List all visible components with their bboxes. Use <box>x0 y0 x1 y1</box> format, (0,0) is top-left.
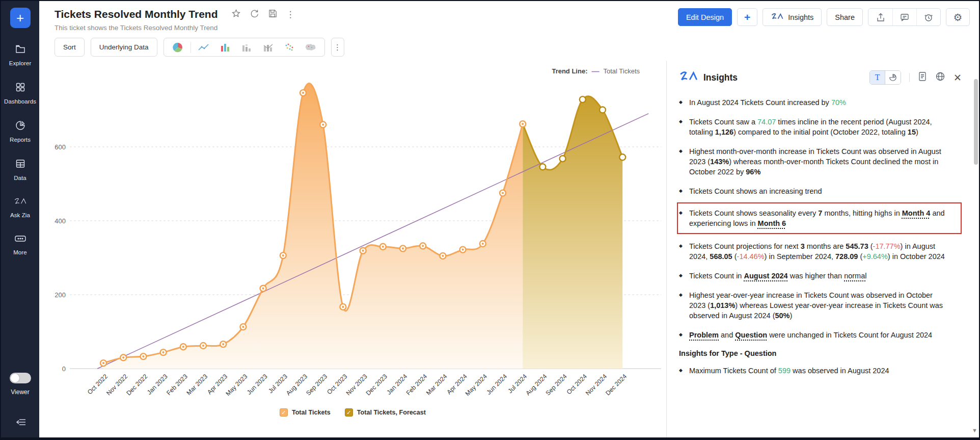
comments-button[interactable] <box>892 9 916 25</box>
svg-text:Sep 2024: Sep 2024 <box>545 373 568 397</box>
settings-gear-icon[interactable]: ⚙ <box>946 8 970 26</box>
bullet-diamond-icon: ◆ <box>679 186 689 196</box>
insight-text: Tickets Count in August 2024 was higher … <box>689 271 866 281</box>
svg-text:Feb 2024: Feb 2024 <box>405 373 429 397</box>
sidebar-item-ask-zia[interactable]: Ask Zia <box>1 196 39 218</box>
folder-icon <box>15 43 26 57</box>
toolbar-more-menu[interactable]: ⋮ <box>331 38 344 57</box>
language-globe-icon[interactable] <box>935 71 945 84</box>
report-doc-icon[interactable] <box>918 71 927 84</box>
insight-bullet: ◆Maximum Tickets Count of 599 was observ… <box>679 366 962 376</box>
scroll-down-arrow[interactable]: ▼ <box>972 427 977 433</box>
chart-view-button[interactable] <box>885 71 901 84</box>
export-button[interactable] <box>868 9 892 25</box>
insights-panel: Insights T ✕ ◆In August 2024 Tickets Cou… <box>666 61 979 437</box>
sidebar-item-reports[interactable]: Reports <box>1 120 39 143</box>
sidebar-item-dashboards[interactable]: Dashboards <box>1 82 39 105</box>
share-button[interactable]: Share <box>827 8 863 26</box>
svg-text:600: 600 <box>55 143 66 151</box>
add-button[interactable]: + <box>737 8 757 26</box>
svg-text:Dec 2022: Dec 2022 <box>125 373 149 397</box>
trend-line-label: Trend Line: <box>552 67 587 75</box>
insights-section-heading: Insights for Type - Question <box>679 349 962 357</box>
insight-text: Highest month-over-month increase in Tic… <box>689 146 946 177</box>
sidebar: + Explorer Dashboards Reports Data Ask Z… <box>1 1 39 437</box>
zia-icon <box>14 196 27 209</box>
insight-text: Tickets Count shows an increasing trend <box>689 186 822 196</box>
svg-text:Nov 2024: Nov 2024 <box>584 373 608 397</box>
save-icon[interactable] <box>268 9 278 20</box>
sort-button[interactable]: Sort <box>55 38 85 57</box>
svg-text:Mar 2023: Mar 2023 <box>185 373 209 397</box>
text-view-label: T <box>875 73 880 82</box>
legend-item[interactable]: ✓Total Tickets, Forecast <box>345 408 426 417</box>
scatter-chart-type-icon[interactable] <box>280 40 299 55</box>
bullet-diamond-icon: ◆ <box>679 271 689 281</box>
sidebar-item-more[interactable]: More <box>1 234 39 255</box>
text-view-button[interactable]: T <box>870 71 885 84</box>
zia-icon <box>771 12 784 22</box>
refresh-icon[interactable] <box>250 9 259 20</box>
favorite-star-icon[interactable] <box>231 9 241 20</box>
legend-checkbox[interactable]: ✓ <box>345 408 353 417</box>
create-new-button[interactable]: + <box>10 8 31 28</box>
svg-text:Dec 2023: Dec 2023 <box>365 373 389 397</box>
sidebar-item-data[interactable]: Data <box>1 158 39 181</box>
sidebar-item-explorer[interactable]: Explorer <box>1 43 39 66</box>
line-chart-type-icon[interactable] <box>194 40 213 55</box>
toolbar-separator <box>190 42 191 53</box>
topbar: Tickets Resolved Monthly Trend ⋮ This ti… <box>39 1 979 32</box>
zia-insights-button[interactable]: Insights <box>763 8 822 26</box>
insights-header: Insights T ✕ <box>679 70 962 85</box>
highlighted-insight-box: ◆Tickets Count shows seasonality every 7… <box>677 202 962 234</box>
legend-item[interactable]: ✓Total Tickets <box>280 408 331 417</box>
svg-text:0: 0 <box>62 365 66 373</box>
bullet-diamond-icon: ◆ <box>679 146 689 177</box>
insight-bullet: ◆Highest month-over-month increase in Ti… <box>679 146 962 177</box>
svg-text:200: 200 <box>55 291 66 299</box>
scrollbar-thumb[interactable] <box>974 79 978 165</box>
reports-pie-icon <box>15 120 26 133</box>
sidebar-item-label: More <box>13 249 27 255</box>
map-chart-type-icon[interactable] <box>301 40 320 55</box>
edit-design-button[interactable]: Edit Design <box>678 8 732 26</box>
stacked-bar-chart-type-icon[interactable] <box>237 40 256 55</box>
bar-chart-type-icon[interactable] <box>215 40 235 55</box>
svg-text:Aug 2024: Aug 2024 <box>524 373 548 397</box>
insight-text: Maximum Tickets Count of 599 was observe… <box>689 366 889 376</box>
sidebar-item-label: Ask Zia <box>10 212 30 218</box>
insight-text: Tickets Count shows seasonality every 7 … <box>689 208 946 228</box>
collapse-sidebar-icon[interactable] <box>14 416 27 430</box>
viewer-mode-toggle[interactable] <box>10 373 31 383</box>
report-toolbar: Sort Underlying Data ⋮ <box>39 32 979 61</box>
pie-chart-type-icon[interactable] <box>168 40 187 55</box>
title-more-menu-icon[interactable]: ⋮ <box>286 10 295 19</box>
chart-type-group <box>164 38 325 57</box>
top-actions: Edit Design + Insights Share ⚙ <box>678 8 970 26</box>
bullet-diamond-icon: ◆ <box>679 241 689 262</box>
svg-text:May 2024: May 2024 <box>464 373 488 397</box>
toolbar-separator <box>909 73 910 82</box>
insights-view-toggle: T <box>869 70 901 85</box>
svg-text:Sep 2023: Sep 2023 <box>305 373 329 397</box>
combo-chart-type-icon[interactable] <box>258 40 278 55</box>
dashboards-grid-icon <box>15 82 26 95</box>
insight-bullet: ◆Tickets Count in August 2024 was higher… <box>679 271 962 281</box>
main-area: Tickets Resolved Monthly Trend ⋮ This ti… <box>39 1 979 437</box>
legend-label: Total Tickets <box>292 409 331 416</box>
insight-bullet: ◆In August 2024 Tickets Count increased … <box>679 97 962 108</box>
trend-line-legend: Trend Line: — Total Tickets <box>552 67 640 75</box>
sidebar-item-label: Dashboards <box>4 98 36 105</box>
title-block: Tickets Resolved Monthly Trend ⋮ This ti… <box>55 8 295 32</box>
close-icon[interactable]: ✕ <box>954 73 962 83</box>
insights-title: Insights <box>703 72 738 83</box>
underlying-data-button[interactable]: Underlying Data <box>91 38 157 57</box>
trend-chart-svg[interactable]: 0200400600Oct 2022Nov 2022Dec 2022Jan 20… <box>39 72 667 408</box>
insight-bullet: ◆Tickets Count shows seasonality every 7… <box>679 208 957 228</box>
insights-button-label: Insights <box>788 13 813 21</box>
svg-text:Mar 2024: Mar 2024 <box>425 373 449 397</box>
trend-line-series-name: Total Tickets <box>603 67 640 75</box>
alerts-clock-button[interactable] <box>916 9 940 25</box>
insight-text: Tickets Count projections for next 3 mon… <box>689 241 946 262</box>
legend-checkbox[interactable]: ✓ <box>280 408 288 417</box>
